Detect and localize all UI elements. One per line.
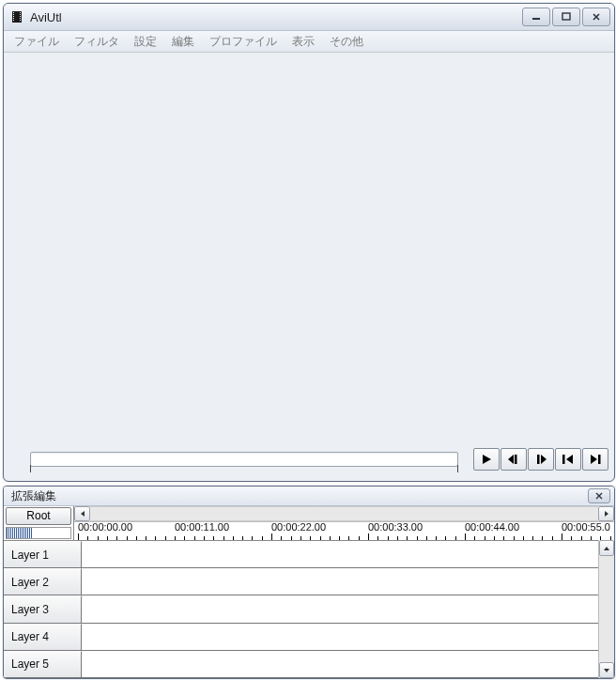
- svg-rect-16: [537, 455, 540, 464]
- vscroll-down-arrow-icon[interactable]: [599, 662, 614, 678]
- svg-rect-9: [20, 18, 21, 19]
- svg-rect-10: [20, 20, 21, 21]
- svg-rect-15: [515, 455, 517, 464]
- menu-filter[interactable]: フィルタ: [68, 32, 126, 52]
- window-title: AviUtl: [30, 10, 522, 24]
- layer-label[interactable]: Layer 1: [4, 541, 82, 567]
- svg-marker-14: [508, 455, 514, 464]
- time-label: 00:00:11.00: [175, 521, 229, 533]
- hscrollbar[interactable]: [74, 506, 614, 522]
- layer-track[interactable]: [82, 568, 614, 595]
- svg-rect-1: [13, 12, 14, 13]
- svg-rect-8: [20, 16, 21, 17]
- ext-window-title: 拡張編集: [11, 488, 588, 504]
- layer-row: Layer 5: [4, 651, 614, 678]
- svg-rect-7: [20, 14, 21, 15]
- layer-track[interactable]: [82, 595, 614, 622]
- menu-file[interactable]: ファイル: [8, 32, 66, 52]
- menu-settings[interactable]: 設定: [128, 32, 163, 52]
- time-label: 00:00:44.00: [465, 521, 519, 533]
- vscrollbar[interactable]: [598, 540, 614, 678]
- seek-end-button[interactable]: [582, 448, 608, 471]
- svg-rect-11: [532, 18, 540, 20]
- layers: Layer 1 Layer 2 Layer 3 Layer 4 Layer 5: [4, 541, 614, 678]
- seek-slider[interactable]: [21, 448, 468, 471]
- svg-rect-21: [598, 455, 601, 464]
- vscroll-up-arrow-icon[interactable]: [599, 540, 614, 556]
- svg-rect-5: [13, 20, 14, 21]
- svg-rect-12: [562, 13, 570, 20]
- time-label: 00:00:33.00: [368, 521, 423, 533]
- svg-marker-20: [591, 455, 597, 464]
- svg-rect-6: [20, 12, 21, 13]
- ext-edit-window: 拡張編集 Root 00:00:00.0000:00:11.0000:00:22…: [3, 486, 615, 679]
- layer-label[interactable]: Layer 2: [4, 568, 82, 595]
- ruler-row: Root 00:00:00.0000:00:11.0000:00:22.0000…: [4, 506, 614, 541]
- ext-titlebar[interactable]: 拡張編集: [4, 487, 614, 506]
- layer-row: Layer 4: [4, 624, 614, 651]
- layer-track[interactable]: [82, 624, 614, 650]
- step-forward-button[interactable]: [528, 448, 554, 471]
- layer-track[interactable]: [82, 541, 614, 567]
- menu-profile[interactable]: プロファイル: [203, 32, 284, 52]
- svg-marker-25: [604, 669, 609, 672]
- app-icon: [9, 9, 24, 24]
- layer-row: Layer 2: [4, 568, 614, 595]
- playback-buttons: [473, 448, 608, 471]
- hscroll-left-arrow-icon[interactable]: [74, 506, 90, 521]
- svg-marker-19: [566, 455, 573, 464]
- layer-track[interactable]: [82, 651, 614, 677]
- menubar: ファイル フィルタ 設定 編集 プロファイル 表示 その他: [4, 31, 614, 53]
- layer-label[interactable]: Layer 4: [4, 624, 82, 650]
- layer-label[interactable]: Layer 5: [4, 651, 82, 677]
- zoom-slider[interactable]: [6, 527, 71, 539]
- close-button[interactable]: [582, 8, 610, 26]
- svg-marker-23: [605, 511, 608, 517]
- svg-rect-3: [13, 16, 14, 17]
- maximize-button[interactable]: [552, 8, 580, 26]
- hscroll-right-arrow-icon[interactable]: [598, 506, 614, 521]
- ext-close-button[interactable]: [588, 488, 610, 503]
- time-label: 00:00:55.0: [562, 521, 610, 533]
- layer-label[interactable]: Layer 3: [4, 595, 82, 622]
- svg-rect-18: [562, 455, 565, 464]
- minimize-button[interactable]: [522, 8, 550, 26]
- timeline: Root 00:00:00.0000:00:11.0000:00:22.0000…: [4, 506, 614, 678]
- step-back-button[interactable]: [500, 448, 527, 471]
- menu-other[interactable]: その他: [323, 32, 370, 52]
- svg-marker-22: [81, 511, 85, 517]
- layer-row: Layer 1: [4, 541, 614, 568]
- main-window: AviUtl ファイル フィルタ 設定 編集 プロファイル 表示 その他: [3, 3, 615, 482]
- seek-start-button[interactable]: [555, 448, 581, 471]
- titlebar[interactable]: AviUtl: [4, 4, 614, 31]
- root-button[interactable]: Root: [6, 507, 71, 525]
- preview-area: [4, 53, 614, 441]
- layer-row: Layer 3: [4, 595, 614, 623]
- ruler-area[interactable]: 00:00:00.0000:00:11.0000:00:22.0000:00:3…: [74, 506, 614, 540]
- svg-rect-4: [13, 18, 14, 19]
- svg-rect-2: [13, 14, 14, 15]
- window-controls: [522, 8, 610, 26]
- svg-marker-24: [604, 547, 609, 550]
- time-label: 00:00:22.00: [271, 521, 326, 533]
- svg-marker-17: [541, 455, 547, 464]
- time-label: 00:00:00.00: [78, 521, 132, 533]
- menu-edit[interactable]: 編集: [165, 32, 201, 52]
- menu-display[interactable]: 表示: [285, 32, 321, 52]
- svg-marker-13: [483, 455, 491, 464]
- play-button[interactable]: [473, 448, 500, 471]
- playback-bar: [4, 441, 614, 481]
